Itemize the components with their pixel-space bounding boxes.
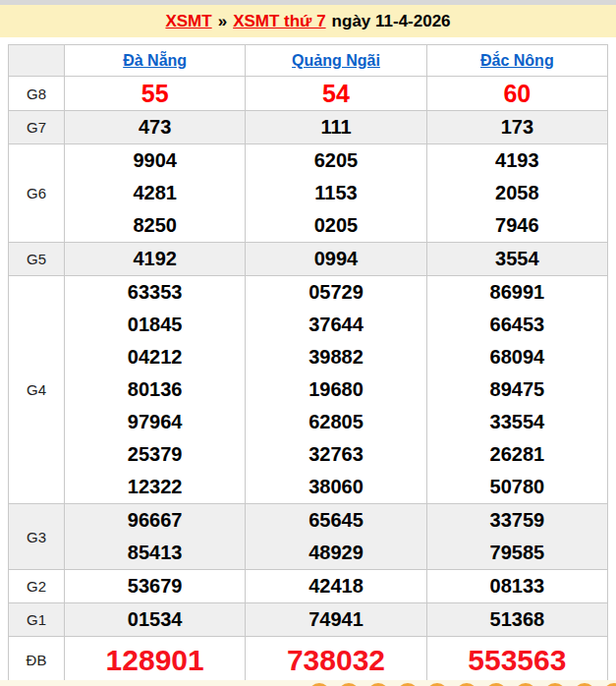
- prize-label: G8: [9, 77, 65, 111]
- prize-number: 38060: [246, 471, 425, 503]
- prize-number: 39882: [246, 341, 425, 373]
- prize-number: 37644: [246, 309, 425, 341]
- prize-number: 51368: [427, 603, 607, 636]
- prize-cell: 05729376443988219680628053276338060: [246, 276, 426, 504]
- prize-number: 553563: [427, 637, 607, 683]
- prize-number: 2058: [427, 177, 607, 209]
- prize-number: 05729: [246, 276, 425, 309]
- prize-number: 738032: [246, 637, 425, 683]
- prize-number: 04212: [65, 341, 245, 373]
- prize-number: 0205: [246, 209, 425, 242]
- prize-row-g5: G5419209943554: [9, 243, 608, 276]
- prize-number: 8250: [65, 209, 245, 242]
- prize-number: 42418: [246, 570, 425, 602]
- province-link-da-nang[interactable]: Đà Nẵng: [123, 52, 187, 69]
- prize-number: 55: [65, 77, 245, 110]
- prize-number: 97964: [65, 406, 245, 438]
- prize-label: G7: [9, 111, 65, 144]
- prize-number: 6205: [246, 144, 425, 177]
- prize-number: 111: [246, 111, 425, 143]
- prize-number: 80136: [65, 373, 245, 406]
- prize-cell: 86991664536809489475335542628150780: [426, 276, 607, 504]
- prize-number: 01845: [65, 309, 245, 341]
- prize-number: 128901: [65, 637, 245, 683]
- prize-number: 50780: [427, 471, 607, 503]
- province-link-dac-nong[interactable]: Đắc Nông: [480, 52, 554, 69]
- prize-row-g2: G2536794241808133: [9, 570, 608, 603]
- lottery-results-table: Đà Nẵng Quảng Ngãi Đắc Nông G8555460G747…: [8, 44, 608, 684]
- prize-number: 68094: [427, 341, 607, 373]
- prize-number: 63353: [65, 276, 245, 309]
- prize-number: 25379: [65, 438, 245, 471]
- prize-row-g7: G7473111173: [9, 111, 608, 144]
- prize-row-g8: G8555460: [9, 77, 608, 111]
- prize-number: 4192: [65, 243, 245, 275]
- prize-number: 53679: [65, 570, 245, 602]
- province-header: Quảng Ngãi: [246, 45, 426, 77]
- province-header: Đắc Nông: [426, 45, 607, 77]
- breadcrumb-link-xsmt-day[interactable]: XSMT thứ 7: [233, 12, 325, 31]
- prize-number: 65645: [246, 504, 425, 537]
- prize-row-đb: ĐB128901738032553563: [9, 637, 608, 684]
- prize-label: G3: [9, 504, 65, 570]
- prize-number: 473: [65, 111, 245, 143]
- prize-cell: 6564548929: [246, 504, 426, 570]
- prize-number: 85413: [65, 537, 245, 569]
- prize-number: 12322: [65, 471, 245, 503]
- prize-number: 60: [427, 77, 607, 110]
- prize-cell: 473: [65, 111, 246, 144]
- header-row: Đà Nẵng Quảng Ngãi Đắc Nông: [9, 45, 608, 77]
- prize-number: 08133: [427, 570, 607, 602]
- prize-cell: 74941: [246, 603, 426, 637]
- prize-number: 3554: [427, 243, 607, 275]
- prize-number: 4281: [65, 177, 245, 209]
- prize-row-g3: G3966678541365645489293375979585: [9, 504, 608, 570]
- breadcrumb-link-xsmt[interactable]: XSMT: [165, 12, 211, 31]
- prize-number: 19680: [246, 373, 425, 406]
- prize-cell: 128901: [65, 637, 246, 684]
- prize-cell: 01534: [65, 603, 246, 637]
- prize-label: G5: [9, 243, 65, 276]
- prize-cell: 54: [246, 77, 426, 111]
- prize-cell: 419320587946: [426, 144, 607, 243]
- prize-cell: 990442818250: [65, 144, 246, 243]
- prize-cell: 111: [246, 111, 426, 144]
- prize-number: 62805: [246, 406, 425, 438]
- prize-number: 89475: [427, 373, 607, 406]
- province-header: Đà Nẵng: [65, 45, 246, 77]
- prize-cell: 3554: [426, 243, 607, 276]
- prize-number: 54: [246, 77, 425, 110]
- prize-label: G1: [9, 603, 65, 637]
- prize-number: 7946: [427, 209, 607, 242]
- prize-number: 96667: [65, 504, 245, 537]
- prize-cell: 173: [426, 111, 607, 144]
- breadcrumb-title: XSMT » XSMT thứ 7 ngày 11-4-2026: [0, 5, 616, 37]
- prize-number: 79585: [427, 537, 607, 569]
- prize-number: 0994: [246, 243, 425, 275]
- prize-row-g4: G463353018450421280136979642537912322057…: [9, 276, 608, 504]
- prize-number: 66453: [427, 309, 607, 341]
- prize-cell: 63353018450421280136979642537912322: [65, 276, 246, 504]
- prize-cell: 42418: [246, 570, 426, 603]
- prize-label: G4: [9, 276, 65, 504]
- prize-row-g1: G1015347494151368: [9, 603, 608, 637]
- breadcrumb-separator: »: [218, 12, 227, 31]
- prize-number: 01534: [65, 603, 245, 636]
- prize-cell: 55: [65, 77, 246, 111]
- prize-number: 48929: [246, 537, 425, 569]
- prize-number: 33759: [427, 504, 607, 537]
- prize-cell: 60: [426, 77, 607, 111]
- prize-number: 33554: [427, 406, 607, 438]
- prize-label: G6: [9, 144, 65, 243]
- prize-cell: 620511530205: [246, 144, 426, 243]
- prize-cell: 3375979585: [426, 504, 607, 570]
- prize-number: 74941: [246, 603, 425, 636]
- province-link-quang-ngai[interactable]: Quảng Ngãi: [292, 52, 380, 69]
- prize-cell: 9666785413: [65, 504, 246, 570]
- prize-row-g6: G6990442818250620511530205419320587946: [9, 144, 608, 243]
- prize-cell: 738032: [246, 637, 426, 684]
- corner-cell: [9, 45, 65, 77]
- prize-number: 9904: [65, 144, 245, 177]
- prize-cell: 08133: [426, 570, 607, 603]
- prize-cell: 553563: [426, 637, 607, 684]
